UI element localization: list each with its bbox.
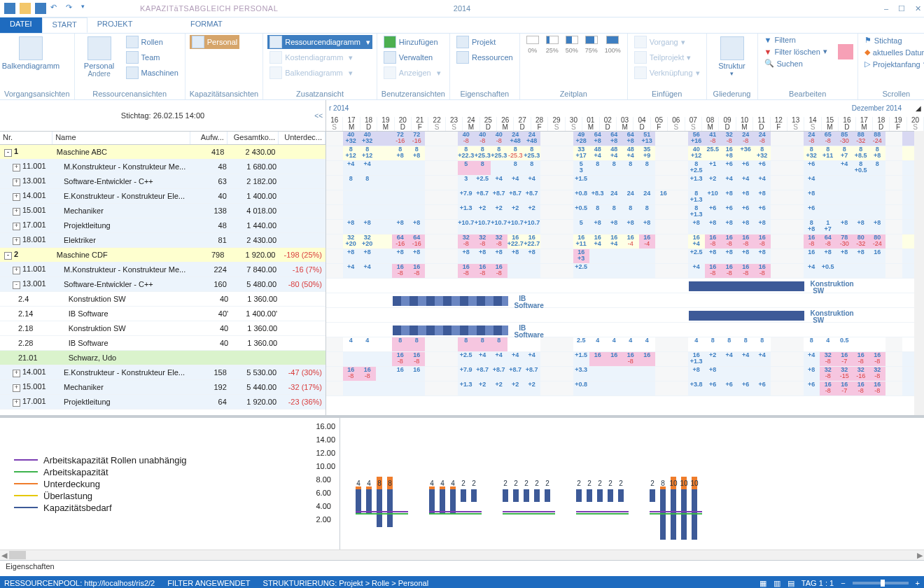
timeline-row[interactable]: +1.3+2+2+2+2+0.588888+1.3+6+6+6+6+6: [326, 205, 924, 220]
timeline-left-button[interactable]: <<: [314, 112, 323, 120]
expand-toggle[interactable]: +: [13, 237, 20, 245]
col-nr[interactable]: Nr.: [0, 132, 52, 144]
timeline-row[interactable]: +8+8+8+8+8+8+8+8+816+3+2.5+8+8+8+816+8+8…: [326, 249, 924, 264]
percent-25-button[interactable]: 25%: [544, 35, 561, 55]
view-icon-2[interactable]: ▥: [774, 579, 780, 588]
percent-0-button[interactable]: 0%: [524, 35, 541, 55]
zoom-slider[interactable]: [853, 582, 909, 584]
col-aufwand[interactable]: Aufw...: [190, 132, 227, 144]
minimize-button[interactable]: –: [884, 4, 888, 13]
timeline-row[interactable]: 883+2.5+4+4+4+1.5+1.3+2+4+4+4+4: [326, 176, 924, 190]
table-row[interactable]: +18.001Elektriker812 430.00: [0, 233, 326, 248]
table-row[interactable]: +13.001Software-Entwickler - C++632 182.…: [0, 174, 326, 189]
timeline-row[interactable]: +8+8+8+8+10.7+10.7+10.7+10.7+10.75+8+8+8…: [326, 220, 924, 234]
table-row[interactable]: 2.14IB Software40'1 400.00': [0, 307, 326, 321]
table-row[interactable]: -1Maschine ABC4182 430.00: [0, 145, 326, 160]
timeline-row[interactable]: IB Software: [326, 293, 924, 308]
timeline-menu-icon[interactable]: ◢: [916, 105, 921, 112]
tab-start[interactable]: START: [42, 18, 88, 33]
timeline-row[interactable]: 16-816-81616+7.9+8.7+8.7+8.7+8.7+3.3+8+8…: [326, 367, 924, 382]
hinzufuegen-button[interactable]: Hinzufügen: [382, 35, 443, 49]
expand-toggle[interactable]: +: [13, 164, 20, 172]
redo-icon[interactable]: ↷: [66, 3, 77, 14]
tab-projekt[interactable]: PROJEKT: [88, 18, 143, 33]
stichtag-scroll-button[interactable]: ⚑Stichtag: [862, 35, 924, 46]
gantt-bar[interactable]: [688, 310, 805, 321]
expand-toggle[interactable]: +: [13, 223, 20, 230]
view-icon-3[interactable]: ▤: [788, 579, 794, 588]
col-gesamt[interactable]: Gesamtko...: [227, 132, 279, 144]
table-row[interactable]: +17.001Projektleitung481 440.00: [0, 218, 326, 233]
status-filter[interactable]: FILTER ANGEWENDET: [167, 579, 250, 587]
ressourcendiagramm-button[interactable]: Ressourcendiagramm▾: [267, 35, 372, 49]
timeline-row[interactable]: +4+416-816-816-816-816-8+2.5+416-816-816…: [326, 264, 924, 279]
rollen-button[interactable]: Rollen: [124, 35, 181, 49]
ressourcen-button[interactable]: Ressourcen: [454, 50, 515, 64]
struktur-button[interactable]: Struktur▾: [711, 35, 753, 78]
view-icon-1[interactable]: ▦: [760, 579, 766, 588]
percent-100-button[interactable]: 100%: [603, 35, 623, 55]
capacity-timeline[interactable]: r 2014Dezember 2014◢ 1617181920212223242…: [326, 100, 924, 415]
expand-toggle[interactable]: +: [13, 384, 20, 392]
horizontal-scrollbar[interactable]: ◀▶: [0, 550, 924, 560]
table-row[interactable]: -13.001Software-Entwickler - C++1605 480…: [0, 277, 326, 292]
properties-panel-header[interactable]: Eigenschaften: [0, 560, 924, 576]
percent-75-button[interactable]: 75%: [583, 35, 600, 55]
resource-tree-grid[interactable]: Stichtag: 26.02.15 14:00<< Nr. Name Aufw…: [0, 100, 326, 415]
projekt-button[interactable]: Projekt: [454, 35, 515, 49]
expand-toggle[interactable]: -: [4, 149, 12, 157]
verwalten-button[interactable]: Verwalten: [382, 50, 443, 64]
qat-dropdown-icon[interactable]: ▾: [81, 3, 92, 14]
teilprojekt-button[interactable]: Teilprojekt▾: [632, 50, 702, 64]
eraser-icon[interactable]: [838, 44, 853, 59]
table-row[interactable]: 2.18Konstruktion SW401 360.00: [0, 321, 326, 336]
table-row[interactable]: +14.001E.Konstrukteur - Konstrukteur Ele…: [0, 365, 326, 380]
timeline-row[interactable]: +7.9+8.7+8.7+8.7+8.7+0.8+8.3242424168+1.…: [326, 190, 924, 205]
timeline-row[interactable]: Konstruktion SW: [326, 279, 924, 293]
filtern-button[interactable]: ▼Filtern: [762, 35, 830, 45]
col-name[interactable]: Name: [52, 132, 190, 144]
table-row[interactable]: +14.001E.Konstrukteur - Konstrukteur Ele…: [0, 189, 326, 204]
anzeigen-button[interactable]: Anzeigen▾: [382, 66, 443, 80]
gantt-bar[interactable]: [392, 325, 509, 336]
timeline-row[interactable]: 40+3240+3272-1672-1640-840-840-824+4824+…: [326, 132, 924, 146]
expand-toggle[interactable]: +: [13, 193, 20, 201]
expand-toggle[interactable]: +: [13, 399, 20, 407]
timeline-row[interactable]: 8+128+128+88+88+22.38+25.38+25.38-25.38+…: [326, 146, 924, 161]
vertical-scrollbar[interactable]: [914, 131, 924, 415]
table-row[interactable]: 2.28IB Software401 360.00: [0, 336, 326, 351]
timeline-row[interactable]: +1.3+2+2+2+2+0.8+3.8+6+6+6+6+616-816-716…: [326, 382, 924, 396]
open-icon[interactable]: [20, 3, 31, 14]
status-zoom[interactable]: TAG 1 : 1: [802, 579, 834, 587]
table-row[interactable]: 21.01Schwarz, Udo: [0, 351, 326, 365]
save-icon[interactable]: [35, 3, 46, 14]
table-row[interactable]: -2Maschine CDF7981 920.00-198 (25%): [0, 248, 326, 262]
tab-format[interactable]: FORMAT: [181, 18, 232, 33]
expand-toggle[interactable]: -: [13, 281, 20, 289]
timeline-row[interactable]: 16-816-8+2.5+4+4+4+4+1.5161616-81616+1.3…: [326, 352, 924, 367]
suchen-button[interactable]: 🔍Suchen: [762, 58, 830, 69]
timeline-row[interactable]: 32+2032+2064-1664-1632-832-832-816+22.71…: [326, 234, 924, 249]
table-row[interactable]: +11.001M.Konstrukteur - Konstrukteur Me.…: [0, 160, 326, 174]
vorgang-insert-button[interactable]: Vorgang▾: [632, 35, 702, 49]
undo-icon[interactable]: ↶: [50, 3, 62, 14]
timeline-row[interactable]: IB Software: [326, 323, 924, 337]
tab-file[interactable]: DATEI: [0, 18, 42, 33]
verknuepfung-button[interactable]: Verknüpfung▾: [632, 66, 702, 80]
table-row[interactable]: +15.001Mechaniker1384 018.00: [0, 204, 326, 218]
gantt-bar[interactable]: [688, 281, 805, 292]
table-row[interactable]: 2.4Konstruktion SW401 360.00: [0, 292, 326, 307]
balkendiagramm2-button[interactable]: Balkendiagramm▾: [267, 66, 372, 80]
percent-50-button[interactable]: 50%: [564, 35, 580, 55]
kostendiagramm-button[interactable]: Kostendiagramm▾: [267, 50, 372, 64]
zoom-out-button[interactable]: −: [841, 579, 845, 587]
zoom-in-button[interactable]: +: [916, 579, 920, 587]
timeline-row[interactable]: 44888882.5444448888840.5: [326, 337, 924, 352]
expand-toggle[interactable]: -: [4, 252, 12, 260]
timeline-row[interactable]: Konstruktion SW: [326, 308, 924, 323]
filter-loeschen-button[interactable]: ▼Filter löschen▾: [762, 46, 830, 57]
projektanfang-button[interactable]: ▷Projektanfang▾: [862, 59, 924, 69]
timeline-row[interactable]: +4+458885388888+2.5+1+6+6+6+6+48+0.58: [326, 161, 924, 176]
aktuelles-datum-button[interactable]: ◆aktuelles Datum: [862, 47, 924, 57]
maschinen-button[interactable]: Maschinen: [124, 66, 181, 80]
